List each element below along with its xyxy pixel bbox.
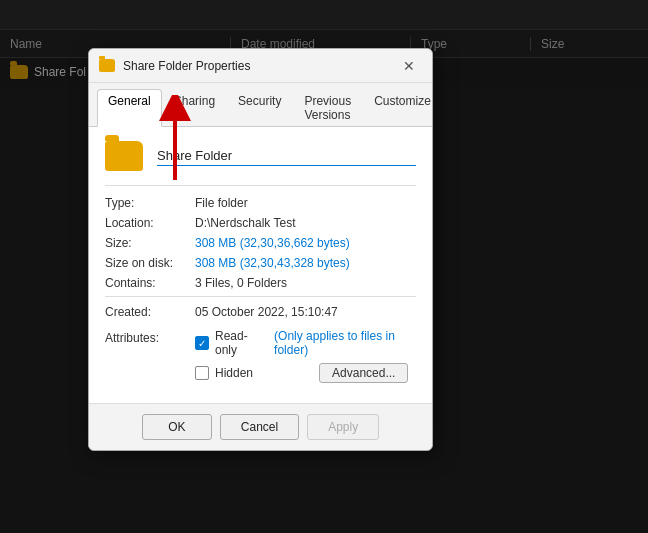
readonly-note: (Only applies to files in folder) bbox=[274, 329, 416, 357]
tab-general[interactable]: General bbox=[97, 89, 162, 127]
size-label: Size: bbox=[105, 236, 195, 250]
contains-label: Contains: bbox=[105, 276, 195, 290]
folder-name-row bbox=[105, 141, 416, 171]
type-value: File folder bbox=[195, 196, 248, 210]
prop-location-row: Location: D:\Nerdschalk Test bbox=[105, 216, 416, 230]
tab-security[interactable]: Security bbox=[227, 89, 292, 126]
created-value: 05 October 2022, 15:10:47 bbox=[195, 305, 338, 319]
dialog-title-text: Share Folder Properties bbox=[123, 59, 396, 73]
hidden-checkbox[interactable] bbox=[195, 366, 209, 380]
location-label: Location: bbox=[105, 216, 195, 230]
prop-created-row: Created: 05 October 2022, 15:10:47 bbox=[105, 305, 416, 319]
created-label: Created: bbox=[105, 305, 195, 319]
hidden-label: Hidden bbox=[215, 366, 253, 380]
prop-type-row: Type: File folder bbox=[105, 196, 416, 210]
dialog-close-button[interactable]: ✕ bbox=[396, 53, 422, 79]
dialog-tabs: General Sharing Security Previous Versio… bbox=[89, 83, 432, 127]
tab-customize[interactable]: Customize bbox=[363, 89, 433, 126]
big-folder-icon bbox=[105, 141, 143, 171]
attributes-controls: Read-only (Only applies to files in fold… bbox=[195, 329, 416, 383]
attributes-row: Attributes: Read-only (Only applies to f… bbox=[105, 329, 416, 383]
dialog-titlebar: Share Folder Properties ✕ bbox=[89, 49, 432, 83]
hidden-checkbox-row: Hidden Advanced... bbox=[195, 363, 416, 383]
cancel-button[interactable]: Cancel bbox=[220, 414, 299, 440]
divider-2 bbox=[105, 296, 416, 297]
size-value: 308 MB (32,30,36,662 bytes) bbox=[195, 236, 350, 250]
tab-previous-versions[interactable]: Previous Versions bbox=[293, 89, 362, 126]
readonly-checkbox[interactable] bbox=[195, 336, 209, 350]
prop-size-row: Size: 308 MB (32,30,36,662 bytes) bbox=[105, 236, 416, 250]
advanced-button[interactable]: Advanced... bbox=[319, 363, 408, 383]
readonly-label: Read-only bbox=[215, 329, 264, 357]
size-on-disk-label: Size on disk: bbox=[105, 256, 195, 270]
dialog-footer: OK Cancel Apply bbox=[89, 403, 432, 450]
apply-button[interactable]: Apply bbox=[307, 414, 379, 440]
size-on-disk-value: 308 MB (32,30,43,328 bytes) bbox=[195, 256, 350, 270]
contains-value: 3 Files, 0 Folders bbox=[195, 276, 287, 290]
readonly-checkbox-row: Read-only (Only applies to files in fold… bbox=[195, 329, 416, 357]
attributes-label: Attributes: bbox=[105, 329, 195, 345]
dialog-content: Type: File folder Location: D:\Nerdschal… bbox=[89, 127, 432, 403]
dialog-title-folder-icon bbox=[99, 59, 115, 72]
ok-button[interactable]: OK bbox=[142, 414, 212, 440]
folder-name-input[interactable] bbox=[157, 146, 416, 166]
prop-size-on-disk-row: Size on disk: 308 MB (32,30,43,328 bytes… bbox=[105, 256, 416, 270]
location-value: D:\Nerdschalk Test bbox=[195, 216, 295, 230]
divider-1 bbox=[105, 185, 416, 186]
properties-dialog: Share Folder Properties ✕ General Sharin… bbox=[88, 48, 433, 451]
prop-contains-row: Contains: 3 Files, 0 Folders bbox=[105, 276, 416, 290]
type-label: Type: bbox=[105, 196, 195, 210]
tab-sharing[interactable]: Sharing bbox=[163, 89, 226, 126]
